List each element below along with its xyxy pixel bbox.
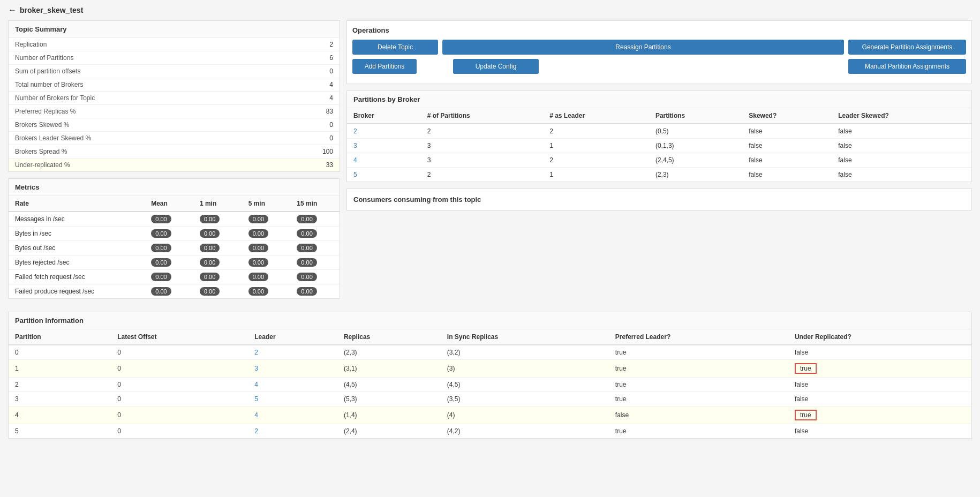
broker-partitions: (0,1,3) <box>649 139 742 153</box>
partition-in-sync: (4) <box>441 406 609 424</box>
broker-as-leader: 1 <box>543 168 649 182</box>
metric-1min: 0.00 <box>193 284 242 299</box>
summary-value: 0 <box>273 65 340 78</box>
partition-id: 1 <box>9 360 111 378</box>
metric-1min: 0.00 <box>193 255 242 270</box>
partition-leader[interactable]: 2 <box>248 424 337 439</box>
metric-1min: 0.00 <box>193 241 242 255</box>
in-sync-col-header: In Sync Replicas <box>441 329 609 345</box>
topic-summary-row: Brokers Spread % 100 <box>9 145 340 159</box>
partition-row: 4 0 4 (1,4) (4) false true <box>9 406 971 424</box>
partition-under-replicated: true <box>788 406 971 424</box>
broker-as-leader: 2 <box>543 153 649 168</box>
broker-num-partitions: 3 <box>421 153 543 168</box>
partition-replicas: (2,4) <box>337 424 441 439</box>
broker-leader-skewed: false <box>832 124 971 139</box>
1min-col-header: 1 min <box>193 196 242 212</box>
partition-leader[interactable]: 4 <box>248 378 337 392</box>
metric-15min: 0.00 <box>290 227 340 241</box>
partition-id: 0 <box>9 345 111 360</box>
broker-num-partitions: 3 <box>421 139 543 153</box>
partition-under-replicated: false <box>788 345 971 360</box>
partition-latest-offset: 0 <box>111 345 248 360</box>
topic-summary-row: Sum of partition offsets 0 <box>9 65 340 78</box>
consumers-title: Consumers consuming from this topic <box>353 195 965 204</box>
broker-skewed: false <box>742 124 832 139</box>
partitions-by-broker-title: Partitions by Broker <box>347 91 971 108</box>
reassign-partitions-button[interactable]: Reassign Partitions <box>442 40 844 55</box>
topic-summary-row: Brokers Skewed % 0 <box>9 118 340 132</box>
metric-mean: 0.00 <box>145 227 193 241</box>
summary-value: 4 <box>273 78 340 92</box>
partition-latest-offset: 0 <box>111 392 248 406</box>
5min-col-header: 5 min <box>242 196 291 212</box>
summary-value: 83 <box>273 105 340 118</box>
partition-info-table: Partition Latest Offset Leader Replicas … <box>9 329 971 438</box>
update-config-button[interactable]: Update Config <box>453 59 539 74</box>
topic-summary-row: Replication 2 <box>9 38 340 51</box>
broker-id[interactable]: 3 <box>347 139 421 153</box>
partition-preferred: false <box>609 406 788 424</box>
partition-leader[interactable]: 3 <box>248 360 337 378</box>
summary-value: 0 <box>273 118 340 132</box>
metric-mean: 0.00 <box>145 270 193 284</box>
rate-col-header: Rate <box>9 196 145 212</box>
broker-leader-skewed: false <box>832 153 971 168</box>
broker-as-leader: 1 <box>543 139 649 153</box>
metric-15min: 0.00 <box>290 241 340 255</box>
topic-title: broker_skew_test <box>20 6 83 14</box>
delete-topic-button[interactable]: Delete Topic <box>352 40 438 55</box>
broker-num-partitions: 2 <box>421 168 543 182</box>
preferred-leader-col-header: Preferred Leader? <box>609 329 788 345</box>
partition-info-section: Partition Information Partition Latest O… <box>8 312 972 439</box>
generate-partition-assignments-button[interactable]: Generate Partition Assignments <box>848 40 966 55</box>
partition-in-sync: (3,5) <box>441 392 609 406</box>
metric-5min: 0.00 <box>242 255 291 270</box>
partition-in-sync: (4,5) <box>441 378 609 392</box>
topic-summary-row: Brokers Leader Skewed % 0 <box>9 132 340 145</box>
summary-value: 2 <box>273 38 340 51</box>
metric-label: Bytes in /sec <box>9 227 145 241</box>
partition-leader[interactable]: 5 <box>248 392 337 406</box>
summary-label: Brokers Spread % <box>9 145 273 159</box>
topic-summary-row: Number of Partitions 6 <box>9 51 340 65</box>
partition-row: 1 0 3 (3,1) (3) true true <box>9 360 971 378</box>
metric-15min: 0.00 <box>290 284 340 299</box>
partition-id: 3 <box>9 392 111 406</box>
broker-id[interactable]: 2 <box>347 124 421 139</box>
broker-id[interactable]: 4 <box>347 153 421 168</box>
summary-value: 4 <box>273 92 340 105</box>
summary-label: Replication <box>9 38 273 51</box>
broker-col-header: Broker <box>347 108 421 124</box>
broker-num-partitions: 2 <box>421 124 543 139</box>
partition-id: 5 <box>9 424 111 439</box>
metrics-row: Messages in /sec 0.00 0.00 0.00 0.00 <box>9 212 340 227</box>
back-navigation[interactable]: ← broker_skew_test <box>8 5 972 15</box>
partition-leader[interactable]: 2 <box>248 345 337 360</box>
broker-id[interactable]: 5 <box>347 168 421 182</box>
replicas-col-header: Replicas <box>337 329 441 345</box>
metrics-row: Failed produce request /sec 0.00 0.00 0.… <box>9 284 340 299</box>
broker-skewed: false <box>742 139 832 153</box>
metric-5min: 0.00 <box>242 212 291 227</box>
broker-skewed: false <box>742 153 832 168</box>
metric-1min: 0.00 <box>193 227 242 241</box>
partition-leader[interactable]: 4 <box>248 406 337 424</box>
partition-replicas: (5,3) <box>337 392 441 406</box>
partition-id: 4 <box>9 406 111 424</box>
metric-15min: 0.00 <box>290 212 340 227</box>
partition-preferred: true <box>609 345 788 360</box>
partition-replicas: (2,3) <box>337 345 441 360</box>
topic-summary-row: Under-replicated % 33 <box>9 159 340 172</box>
add-partitions-button[interactable]: Add Partitions <box>352 59 417 74</box>
under-replicated-value: false <box>795 349 808 356</box>
partition-under-replicated: true <box>788 360 971 378</box>
partition-preferred: true <box>609 360 788 378</box>
metric-5min: 0.00 <box>242 227 291 241</box>
manual-partition-assignments-button[interactable]: Manual Partition Assignments <box>848 59 966 74</box>
summary-label: Brokers Leader Skewed % <box>9 132 273 145</box>
summary-label: Number of Brokers for Topic <box>9 92 273 105</box>
metric-15min: 0.00 <box>290 255 340 270</box>
under-replicated-value: false <box>795 395 808 403</box>
broker-skewed: false <box>742 168 832 182</box>
